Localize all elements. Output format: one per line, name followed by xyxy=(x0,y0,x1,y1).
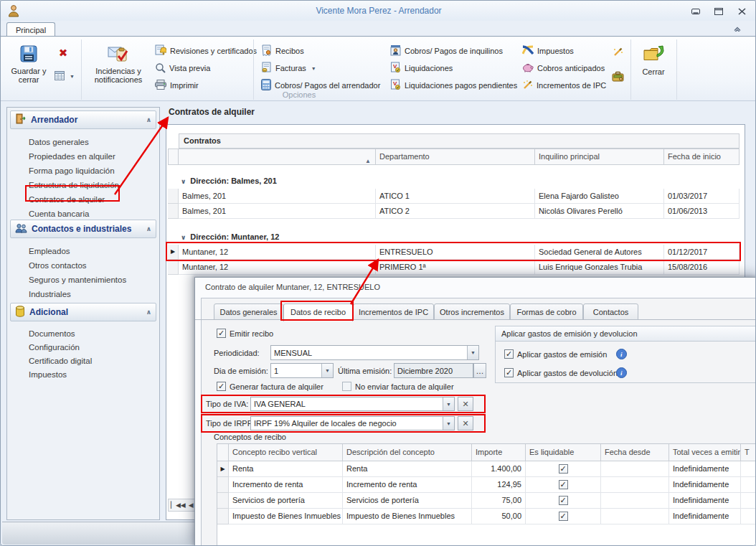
tab-principal[interactable]: Principal xyxy=(6,22,55,37)
column-header-fecha[interactable]: Fecha de inicio xyxy=(664,149,740,165)
cell-liquidable[interactable]: ✓ xyxy=(526,461,601,477)
column-header-concepto[interactable]: Concepto recibo vertical xyxy=(229,444,343,461)
revisiones-button[interactable]: Revisiones y certificados xyxy=(151,43,260,59)
facturas-button[interactable]: Facturas ▼ xyxy=(257,60,320,76)
grid-options-button[interactable]: ▼ xyxy=(52,67,77,85)
sidebar-item-otros-contactos[interactable]: Otros contactos xyxy=(29,258,155,273)
column-header-direccion[interactable]: ▲ xyxy=(179,149,376,165)
table-row[interactable]: Muntaner, 12 PRIMERO 1ª Luis Enrique Gon… xyxy=(168,260,740,275)
tipo-irpf-clear-button[interactable]: ✕ xyxy=(458,416,473,430)
column-header-liquidable[interactable]: Es liquidable xyxy=(526,444,601,461)
recibos-button[interactable]: Recibos xyxy=(257,43,308,59)
toolbox-button[interactable] xyxy=(608,69,628,85)
dropdown-arrow-icon[interactable]: ▼ xyxy=(321,364,333,377)
sidebar-item-estructura[interactable]: Estructura de liquidación xyxy=(29,178,155,192)
sidebar-item-impuestos[interactable]: Impuestos xyxy=(29,367,155,382)
no-enviar-factura-checkbox[interactable] xyxy=(342,382,351,391)
cell-liquidable[interactable]: ✓ xyxy=(526,493,601,509)
wand-tool-button[interactable] xyxy=(608,44,628,60)
tab-contactos[interactable]: Contactos xyxy=(583,303,638,320)
column-header-inquilino[interactable]: Inquilino principal xyxy=(535,149,664,165)
sidebar-group-adicional[interactable]: Adicional ∧ xyxy=(10,303,156,321)
first-record-icon[interactable]: ▏◀◀ xyxy=(171,502,186,509)
column-header-departamento[interactable]: Departamento xyxy=(376,149,535,165)
vista-previa-button[interactable]: Vista previa xyxy=(151,60,214,76)
conceptos-row[interactable]: ▶ Renta Renta 1.400,00 ✓ Indefinidamente xyxy=(217,461,756,477)
delete-button[interactable]: ✖ xyxy=(52,43,74,63)
row-selector-cell[interactable]: ▶ xyxy=(168,245,179,260)
column-header-fecha-desde[interactable]: Fecha desde xyxy=(601,444,669,461)
sidebar-item-certificado[interactable]: Certificado digital xyxy=(29,354,155,368)
sidebar-item-contratos-alquiler[interactable]: Contratos de alquiler xyxy=(29,192,155,207)
emitir-recibo-checkbox[interactable]: ✓ xyxy=(217,329,226,338)
row-selector-cell[interactable] xyxy=(217,509,229,524)
conceptos-row[interactable]: Servicios de portería Servicios de porte… xyxy=(217,493,756,509)
liquidable-checkbox[interactable]: ✓ xyxy=(559,496,568,505)
maximize-button[interactable] xyxy=(712,6,725,17)
ultima-emision-browse-button[interactable]: … xyxy=(473,363,486,378)
previous-record-icon[interactable]: ◀ xyxy=(189,502,194,509)
conceptos-row[interactable]: Incremento de renta Incremento de renta … xyxy=(217,477,756,493)
incidencias-button[interactable]: Incidencias y notificaciones xyxy=(85,41,151,88)
sidebar-group-contactos[interactable]: Contactos e industriales ∧ xyxy=(10,220,156,238)
tipo-iva-combo[interactable]: IVA GENERAL ▼ xyxy=(250,397,455,411)
row-selector-cell[interactable] xyxy=(168,204,179,219)
tab-datos-de-recibo[interactable]: Datos de recibo xyxy=(283,303,353,321)
tab-datos-generales[interactable]: Datos generales xyxy=(214,303,283,320)
table-row-selected[interactable]: ▶ Muntaner, 12 ENTRESUELO Sociedad Gener… xyxy=(168,245,740,260)
generar-factura-checkbox[interactable]: ✓ xyxy=(217,382,226,391)
tipo-irpf-combo[interactable]: IRPF 19% Alquiler de locales de negocio … xyxy=(250,416,455,430)
dropdown-arrow-icon[interactable]: ▼ xyxy=(443,397,454,410)
dropdown-arrow-icon[interactable]: ▼ xyxy=(443,417,454,430)
tipo-iva-clear-button[interactable]: ✕ xyxy=(458,397,473,411)
dia-emision-combo[interactable]: 1 ▼ xyxy=(270,363,334,378)
sidebar-item-configuracion[interactable]: Configuración xyxy=(29,340,155,354)
group-row-muntaner[interactable]: ∨Dirección: Muntaner, 12 xyxy=(181,230,279,245)
minimize-button[interactable] xyxy=(689,6,702,17)
column-header-cut[interactable]: T xyxy=(741,444,756,461)
save-close-button[interactable]: Guardar y cerrar xyxy=(8,41,49,88)
liquidable-checkbox[interactable]: ✓ xyxy=(559,464,568,474)
conceptos-row[interactable]: Impuesto de Bienes Inmuebles Impuesto de… xyxy=(217,509,756,524)
table-row[interactable]: Balmes, 201 ATICO 2 Nicolás Olivares Per… xyxy=(168,204,740,219)
sidebar-item-forma-pago[interactable]: Forma pago liquidación xyxy=(29,164,155,178)
close-window-button[interactable] xyxy=(735,6,748,17)
sidebar-item-propiedades[interactable]: Propiedades en alquiler xyxy=(29,149,155,164)
impuestos-button[interactable]: Impuestos xyxy=(519,43,577,59)
tab-otros-incrementos[interactable]: Otros incrementos xyxy=(434,303,510,320)
column-header-total-veces[interactable]: Total veces a emitir xyxy=(669,444,741,461)
sidebar-group-arrendador[interactable]: Arrendador ∧ xyxy=(10,110,156,129)
gastos-emision-checkbox[interactable]: ✓ xyxy=(504,349,514,359)
sidebar-item-industriales[interactable]: Industriales xyxy=(29,287,155,301)
info-icon[interactable]: i xyxy=(616,349,627,359)
cobros-anticipados-button[interactable]: Cobros anticipados xyxy=(519,60,608,76)
sidebar-item-seguros[interactable]: Seguros y mantenimientos xyxy=(29,273,155,287)
cobros-inquilinos-button[interactable]: Cobros/ Pagos de inquilinos xyxy=(387,43,506,59)
column-header-descripcion[interactable]: Descripción del concepto xyxy=(343,444,472,461)
row-selector-cell[interactable] xyxy=(217,477,229,493)
cell-liquidable[interactable]: ✓ xyxy=(526,477,601,493)
cerrar-button[interactable]: Cerrar xyxy=(635,41,672,88)
row-selector-cell[interactable] xyxy=(168,189,179,204)
periodicidad-combo[interactable]: MENSUAL ▼ xyxy=(270,345,479,360)
sidebar-item-datos-generales[interactable]: Datos generales xyxy=(29,135,155,149)
liquidaciones-button[interactable]: V Liquidaciones xyxy=(387,60,456,76)
dropdown-arrow-icon[interactable]: ▼ xyxy=(467,346,478,359)
tab-incrementos-ipc[interactable]: Incrementos de IPC xyxy=(353,303,434,320)
cell-liquidable[interactable]: ✓ xyxy=(526,509,601,524)
table-row[interactable]: Balmes, 201 ATICO 1 Elena Fajardo Galist… xyxy=(168,189,740,204)
column-header-importe[interactable]: Importe xyxy=(472,444,526,461)
info-icon[interactable]: i xyxy=(616,367,627,378)
group-row-balmes[interactable]: ∨Dirección: Balmes, 201 xyxy=(181,174,277,189)
liquidable-checkbox[interactable]: ✓ xyxy=(559,512,568,521)
sidebar-item-cuenta-bancaria[interactable]: Cuenta bancaria xyxy=(29,207,155,221)
collapse-ribbon-icon[interactable] xyxy=(727,22,748,35)
row-selector-cell[interactable] xyxy=(168,260,179,275)
gastos-devolucion-checkbox[interactable]: ✓ xyxy=(504,368,514,377)
liquidable-checkbox[interactable]: ✓ xyxy=(559,480,568,489)
row-selector-cell[interactable] xyxy=(217,493,229,509)
incrementos-ipc-button[interactable]: Incrementos de IPC xyxy=(519,77,610,93)
sidebar-item-documentos[interactable]: Documentos xyxy=(29,326,155,341)
tab-formas-de-cobro[interactable]: Formas de cobro xyxy=(510,303,583,320)
sidebar-item-empleados[interactable]: Empleados xyxy=(29,244,155,258)
